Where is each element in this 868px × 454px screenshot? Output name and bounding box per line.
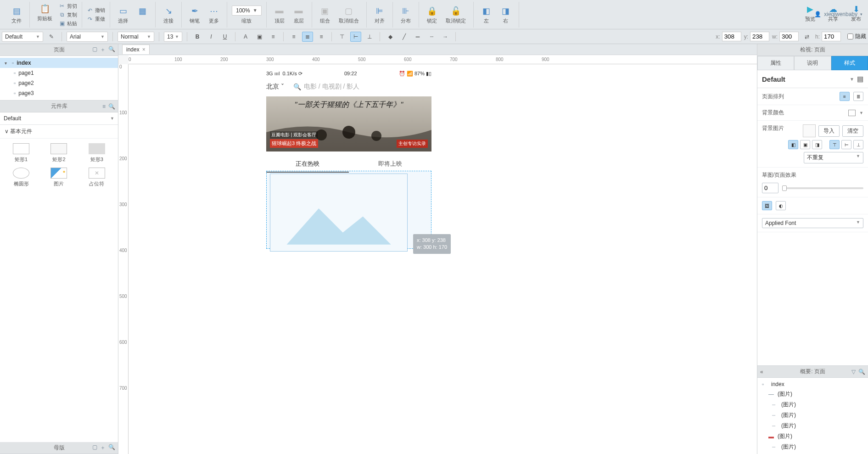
- outline-item[interactable]: ┈(图片): [757, 399, 868, 410]
- outline-root[interactable]: ▫index: [757, 380, 868, 389]
- dock-right-button[interactable]: ◨右: [498, 5, 514, 25]
- style-name-select[interactable]: Default▼▤: [757, 70, 868, 88]
- copy-button[interactable]: ⧉复制: [59, 11, 77, 19]
- clear-button[interactable]: 清空: [842, 125, 863, 137]
- font-select[interactable]: Arial▼: [67, 32, 108, 42]
- applied-font-select[interactable]: Applied Font▼: [762, 218, 863, 228]
- tab-style[interactable]: 样式: [831, 56, 868, 70]
- page-node[interactable]: ▫page3: [0, 88, 118, 98]
- library-select[interactable]: Default▼: [0, 112, 118, 125]
- page-align-left[interactable]: ≡: [840, 92, 850, 101]
- pen-tool[interactable]: ✒钢笔: [186, 5, 203, 25]
- distribute-button[interactable]: ⊪分布: [398, 5, 414, 25]
- paste-button[interactable]: ▣粘贴: [59, 20, 77, 28]
- add-icon[interactable]: ＋: [100, 444, 106, 452]
- zoom-select[interactable]: 100% ▼: [232, 6, 262, 16]
- sketch-input[interactable]: [762, 183, 778, 193]
- search-field[interactable]: 🔍电影 / 电视剧 / 影人: [293, 83, 359, 91]
- h-input[interactable]: [822, 32, 841, 41]
- tab-properties[interactable]: 属性: [757, 56, 794, 70]
- add-folder-icon[interactable]: ▢: [92, 46, 97, 54]
- seg-coming-soon[interactable]: 即将上映: [349, 156, 431, 173]
- underline-button[interactable]: U: [219, 32, 230, 42]
- outline-item[interactable]: ▬(图片): [757, 431, 868, 442]
- widget-placeholder[interactable]: ✕占位符: [80, 168, 113, 187]
- hide-checkbox[interactable]: 隐藏: [847, 33, 866, 40]
- tab-notes[interactable]: 说明: [794, 56, 831, 70]
- align-left-button[interactable]: ≡: [288, 32, 299, 42]
- dock-left-button[interactable]: ◧左: [478, 5, 495, 25]
- file-button[interactable]: ▤ 文件: [8, 5, 25, 25]
- undo-button[interactable]: ↶撤销: [87, 6, 105, 14]
- search-icon[interactable]: 🔍: [858, 369, 865, 375]
- page-align-center[interactable]: ≣: [853, 92, 863, 101]
- unlock-button[interactable]: 🔓取消锁定: [443, 5, 469, 25]
- fill-button[interactable]: ◆: [385, 32, 396, 42]
- document-tab[interactable]: index×: [122, 45, 150, 54]
- doc-icon[interactable]: ▤: [857, 75, 863, 83]
- sketch-gray-button[interactable]: ◐: [776, 201, 786, 210]
- valign-top[interactable]: ⊤: [829, 140, 840, 149]
- select-tool[interactable]: ▭选择: [115, 5, 131, 25]
- arrow-button[interactable]: →: [440, 32, 451, 42]
- library-category[interactable]: ∨ 基本元件: [0, 125, 118, 139]
- search-icon[interactable]: 🔍: [108, 46, 115, 54]
- seg-now-showing[interactable]: 正在热映: [266, 156, 349, 173]
- size-select[interactable]: 13▼: [164, 32, 182, 42]
- align-right-button[interactable]: ≡: [316, 32, 327, 42]
- sketch-slider[interactable]: [782, 187, 863, 189]
- line-weight-button[interactable]: ═: [412, 32, 423, 42]
- more-tool[interactable]: ⋯更多: [206, 5, 222, 25]
- bottom-button[interactable]: ▬底层: [291, 5, 307, 25]
- highlight-button[interactable]: ▣: [254, 32, 265, 42]
- import-button[interactable]: 导入: [818, 125, 840, 137]
- widget-rect2[interactable]: 矩形2: [42, 143, 75, 163]
- top-button[interactable]: ▬顶层: [271, 5, 288, 25]
- align-center-button[interactable]: ≣: [302, 32, 313, 42]
- sketch-color-button[interactable]: 🖼: [762, 201, 772, 210]
- lock-button[interactable]: 🔒锁定: [424, 5, 440, 25]
- halign-left[interactable]: ◧: [788, 140, 798, 149]
- search-icon[interactable]: 🔍: [108, 103, 115, 110]
- chevron-down-icon[interactable]: ▼: [859, 111, 863, 115]
- widget-rect3[interactable]: 矩形3: [80, 143, 113, 163]
- lock-aspect-button[interactable]: ⇄: [801, 32, 812, 42]
- valign-middle[interactable]: ⊢: [841, 140, 851, 149]
- dragged-image-widget[interactable]: [270, 174, 408, 252]
- city-picker[interactable]: 北京 ˅: [266, 83, 284, 91]
- text-color-button[interactable]: A: [240, 32, 251, 42]
- page-node[interactable]: ▫page2: [0, 78, 118, 88]
- bullet-button[interactable]: ≡: [268, 32, 279, 42]
- group-button[interactable]: ▣组合: [317, 5, 333, 25]
- canvas[interactable]: 3G ıııl 0.1K/s ⟳ 09:22 ⏰ 📶 87% ▮▯ 北京 ˅ 🔍…: [129, 64, 757, 454]
- line-color-button[interactable]: ╱: [398, 32, 409, 42]
- search-icon[interactable]: 🔍: [108, 444, 115, 452]
- redo-button[interactable]: ↷重做: [87, 15, 105, 23]
- halign-center[interactable]: ▣: [800, 140, 810, 149]
- valign-middle-button[interactable]: ⊢: [350, 32, 361, 42]
- style-apply-button[interactable]: ✎: [46, 32, 57, 42]
- style-select[interactable]: Default▼: [2, 32, 43, 42]
- valign-bottom[interactable]: ⊥: [853, 140, 863, 149]
- w-input[interactable]: [779, 32, 799, 41]
- bg-color-swatch[interactable]: [848, 110, 856, 116]
- align-button[interactable]: ⊫对齐: [371, 5, 388, 25]
- outline-item[interactable]: ┈(图片): [757, 442, 868, 452]
- filter-icon[interactable]: ▽: [851, 369, 856, 375]
- banner-image[interactable]: "一部关于猩猩的《上下五千年》" 豆瓣电影 | 观影会客厅 猩球崛起3 终极之战…: [266, 96, 431, 151]
- valign-bottom-button[interactable]: ⊥: [364, 32, 375, 42]
- widget-ellipse[interactable]: 椭圆形: [5, 168, 38, 187]
- italic-button[interactable]: I: [206, 32, 217, 42]
- outline-item[interactable]: —(图片): [757, 389, 868, 399]
- add-folder-icon[interactable]: ▢: [92, 444, 97, 452]
- collapse-icon[interactable]: «: [760, 369, 763, 375]
- outline-item[interactable]: ┈(图片): [757, 410, 868, 420]
- valign-top-button[interactable]: ⊤: [336, 32, 347, 42]
- connect-tool[interactable]: ↘连接: [160, 5, 177, 25]
- widget-rect1[interactable]: 矩形1: [5, 143, 38, 163]
- halign-right[interactable]: ◨: [812, 140, 822, 149]
- page-node[interactable]: ▫page1: [0, 68, 118, 78]
- menu-icon[interactable]: ≡: [102, 103, 106, 110]
- line-style-button[interactable]: ┄: [426, 32, 437, 42]
- repeat-select[interactable]: 不重复▼: [804, 152, 863, 163]
